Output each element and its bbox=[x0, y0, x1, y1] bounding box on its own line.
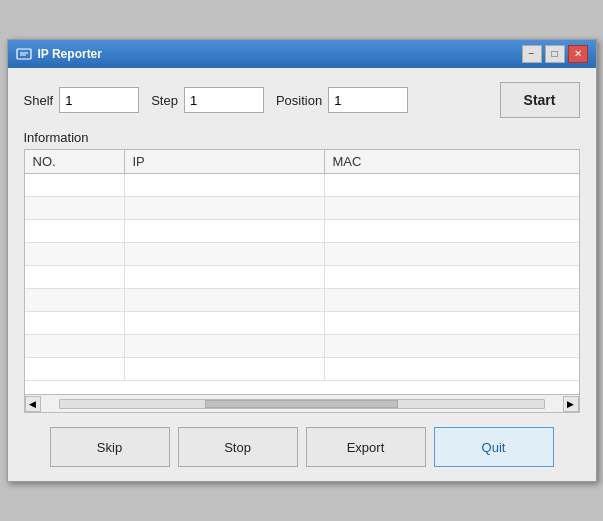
top-row: Shelf Step Position Start bbox=[24, 82, 580, 118]
stop-button[interactable]: Stop bbox=[178, 427, 298, 467]
export-button[interactable]: Export bbox=[306, 427, 426, 467]
position-input[interactable] bbox=[328, 87, 408, 113]
scrollbar-thumb[interactable] bbox=[205, 400, 399, 408]
quit-button[interactable]: Quit bbox=[434, 427, 554, 467]
step-group: Step bbox=[151, 87, 264, 113]
main-window: IP Reporter − □ ✕ Shelf Step Position St… bbox=[7, 39, 597, 482]
title-bar-left: IP Reporter bbox=[16, 46, 102, 62]
scroll-left-arrow[interactable]: ◀ bbox=[25, 396, 41, 412]
minimize-button[interactable]: − bbox=[522, 45, 542, 63]
scrollbar-track[interactable] bbox=[59, 399, 545, 409]
title-bar-controls: − □ ✕ bbox=[522, 45, 588, 63]
table-row bbox=[25, 312, 579, 335]
info-label: Information bbox=[24, 130, 580, 145]
info-section: Information NO. IP MAC bbox=[24, 130, 580, 413]
table-row bbox=[25, 197, 579, 220]
window-title: IP Reporter bbox=[38, 47, 102, 61]
start-button[interactable]: Start bbox=[500, 82, 580, 118]
table-row bbox=[25, 174, 579, 197]
table-header: NO. IP MAC bbox=[25, 150, 579, 174]
scroll-right-arrow[interactable]: ▶ bbox=[563, 396, 579, 412]
app-icon bbox=[16, 46, 32, 62]
shelf-label: Shelf bbox=[24, 93, 54, 108]
table-container: NO. IP MAC ◀ bbox=[24, 149, 580, 413]
window-body: Shelf Step Position Start Information NO… bbox=[8, 68, 596, 481]
table-row bbox=[25, 220, 579, 243]
table-row bbox=[25, 289, 579, 312]
close-button[interactable]: ✕ bbox=[568, 45, 588, 63]
skip-button[interactable]: Skip bbox=[50, 427, 170, 467]
table-row bbox=[25, 335, 579, 358]
shelf-group: Shelf bbox=[24, 87, 140, 113]
shelf-input[interactable] bbox=[59, 87, 139, 113]
table-row bbox=[25, 358, 579, 381]
position-label: Position bbox=[276, 93, 322, 108]
bottom-row: Skip Stop Export Quit bbox=[24, 427, 580, 467]
col-no: NO. bbox=[25, 150, 125, 173]
position-group: Position bbox=[276, 87, 408, 113]
svg-rect-0 bbox=[17, 49, 31, 59]
col-ip: IP bbox=[125, 150, 325, 173]
table-row bbox=[25, 266, 579, 289]
step-label: Step bbox=[151, 93, 178, 108]
col-mac: MAC bbox=[325, 150, 579, 173]
table-row bbox=[25, 243, 579, 266]
maximize-button[interactable]: □ bbox=[545, 45, 565, 63]
title-bar: IP Reporter − □ ✕ bbox=[8, 40, 596, 68]
horizontal-scrollbar[interactable]: ◀ ▶ bbox=[25, 394, 579, 412]
table-body[interactable] bbox=[25, 174, 579, 394]
step-input[interactable] bbox=[184, 87, 264, 113]
